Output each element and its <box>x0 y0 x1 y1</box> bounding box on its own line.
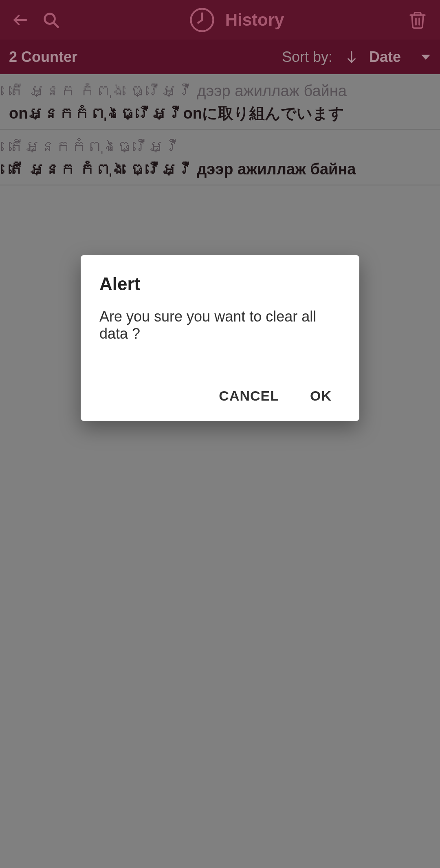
ok-button[interactable]: OK <box>306 382 336 410</box>
dialog-message: Are you sure you want to clear all data … <box>99 308 341 342</box>
cancel-button[interactable]: CANCEL <box>215 382 283 410</box>
dialog-title: Alert <box>99 274 341 294</box>
modal-overlay[interactable]: Alert Are you sure you want to clear all… <box>0 0 440 868</box>
alert-dialog: Alert Are you sure you want to clear all… <box>81 255 359 421</box>
